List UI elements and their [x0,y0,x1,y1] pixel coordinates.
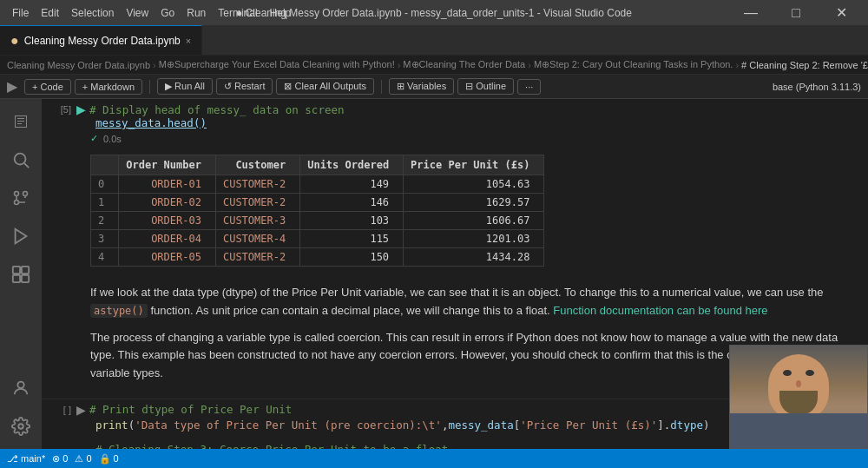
clear-all-outputs-button[interactable]: ⊠ Clear All Outputs [276,78,374,95]
warning-count[interactable]: ⚠ 0 [75,453,91,465]
cell-1-run-btn[interactable]: ▶ [76,102,86,116]
table-cell: 1054.63 [404,175,544,194]
add-code-button[interactable]: + Code [24,79,71,95]
notebook-toolbar: ▶ + Code + Markdown ▶ Run All ↺ Restart … [0,75,868,99]
cell-1-header: [5] ▶ # Display head of messy_ data on s… [42,99,868,129]
tab-notebook[interactable]: ● Cleaning Messy Order Data.ipynb × [0,25,202,55]
astype-inline-code: astype() [90,304,148,318]
table-cell: 115 [300,230,404,248]
cell-1-body: ▶ # Display head of messy_ data on scree… [76,102,345,129]
table-cell: 2 [91,212,119,230]
breadcrumb-5[interactable]: # Cleaning Step 2: Remove '£---' from th… [741,60,868,70]
svg-point-2 [15,201,19,205]
variables-button[interactable]: ⊞ Variables [389,78,454,95]
cell-2-comment-2: # Cleaning Step 3: Coerce Price Per Unit… [76,441,832,449]
menu-go[interactable]: Go [155,5,180,21]
activity-search[interactable] [5,144,36,175]
svg-rect-6 [13,267,20,274]
breadcrumb-2[interactable]: M⊕Supercharge Your Excel Data Cleaning w… [159,59,395,70]
tab-bar: ● Cleaning Messy Order Data.ipynb × [0,25,868,56]
col-units-ordered: Units Ordered [300,155,404,175]
table-cell: ORDER-01 [119,175,216,194]
table-row: 1ORDER-02CUSTOMER-21461629.57 [91,194,544,212]
close-button[interactable]: ✕ [821,0,861,25]
activity-explorer[interactable] [5,106,36,137]
breadcrumb-1[interactable]: Cleaning Messy Order Data.ipynb [7,60,150,70]
table-row: 3ORDER-04CUSTOMER-41151201.03 [91,230,544,248]
activity-source-control[interactable] [5,182,36,214]
table-cell: CUSTOMER-3 [215,212,299,230]
col-price-per-unit: Price Per Unit (£s) [404,155,544,175]
table-cell: 3 [91,230,119,248]
col-index [91,155,119,175]
svg-point-11 [18,424,23,429]
text-para-1: If we look at the data type (dtype) of t… [90,284,854,320]
table-cell: 4 [91,248,119,267]
menu-view[interactable]: View [121,5,154,21]
menu-edit[interactable]: Edit [36,5,64,21]
activity-bar [0,99,42,449]
menu-file[interactable]: File [7,5,34,21]
add-markdown-button[interactable]: + Markdown [75,79,142,95]
cell-1-number: [5] [45,102,76,115]
more-button[interactable]: ··· [517,79,541,95]
cell-2-number: [ ] [45,403,76,415]
video-overlay [729,345,868,449]
table-cell: 1201.03 [404,230,544,248]
activity-account[interactable] [5,372,36,404]
git-branch[interactable]: ⎇ main* [7,453,45,465]
table-cell: 149 [300,175,404,194]
table-cell: CUSTOMER-2 [215,194,299,212]
col-order-number: Order Number [119,155,216,175]
svg-point-3 [23,192,28,196]
run-cell-icon[interactable]: ▶ [7,78,17,95]
run-all-button[interactable]: ▶ Run All [157,78,213,95]
cell-2-line-2: print('Data type of Price Per Unit (pre … [76,417,832,434]
table-row: 4ORDER-05CUSTOMER-21501434.28 [91,248,544,267]
svg-line-1 [24,163,29,168]
menu-run[interactable]: Run [181,5,211,21]
svg-point-4 [15,192,19,196]
table-cell: 1434.28 [404,248,544,267]
window-controls[interactable]: — □ ✕ [731,0,861,25]
breadcrumb-3[interactable]: M⊕Cleaning The Order Data [403,59,525,70]
cell-1-output: ✓ 0.0s Order Number Customer Units Order… [42,129,868,277]
text-before-code: If we look at the data type (dtype) of t… [90,286,824,299]
table-cell: 1629.57 [404,194,544,212]
minimize-button[interactable]: — [731,0,771,25]
col-customer: Customer [215,155,299,175]
table-cell: ORDER-03 [119,212,216,230]
table-row: 0ORDER-01CUSTOMER-21491054.63 [91,175,544,194]
status-bar: ⎇ main* ⊗ 0 ⚠ 0 🔒 0 [0,449,868,468]
table-cell: ORDER-04 [119,230,216,248]
activity-extensions[interactable] [5,259,36,290]
docs-link[interactable]: Function documentation can be found here [553,304,767,317]
kernel-info[interactable]: base (Python 3.11.3) [773,82,861,92]
error-count[interactable]: ⊗ 0 [52,453,68,465]
activity-settings[interactable] [5,411,36,442]
status-left: ⎇ main* ⊗ 0 ⚠ 0 🔒 0 [7,453,119,465]
menu-selection[interactable]: Selection [66,5,119,21]
tab-close-icon[interactable]: × [186,36,191,46]
cell-2-run-btn[interactable]: ▶ [76,403,86,417]
outline-button[interactable]: ⊟ Outline [457,78,514,95]
info-count[interactable]: 🔒 0 [99,453,119,465]
blank-line-1 [76,434,832,441]
breadcrumb-4[interactable]: M⊕Step 2: Cary Out Cleaning Tasks in Pyt… [534,59,733,70]
cell-2-body: ▶ # Print dtype of Price Per Unit print(… [76,403,832,449]
svg-marker-5 [16,229,27,244]
print-fn: print [95,419,128,432]
title-bar: File Edit Selection View Go Run Terminal… [0,0,868,25]
svg-rect-8 [13,275,20,282]
cell-1-status: ✓ 0.0s [90,133,868,148]
table-cell: 1606.67 [404,212,544,230]
output-table: Order Number Customer Units Ordered Pric… [90,155,544,267]
maximize-button[interactable]: □ [776,0,816,25]
restart-button[interactable]: ↺ Restart [216,78,273,95]
cell-2-run-row: ▶ # Print dtype of Price Per Unit [76,403,832,417]
table-cell: CUSTOMER-2 [215,248,299,267]
cell-1-run-row: ▶ # Display head of messy_ data on scree… [76,102,345,116]
activity-debug[interactable] [5,221,36,252]
kernel-label: base (Python 3.11.3) [773,82,861,92]
table-row: 2ORDER-03CUSTOMER-31031606.67 [91,212,544,230]
